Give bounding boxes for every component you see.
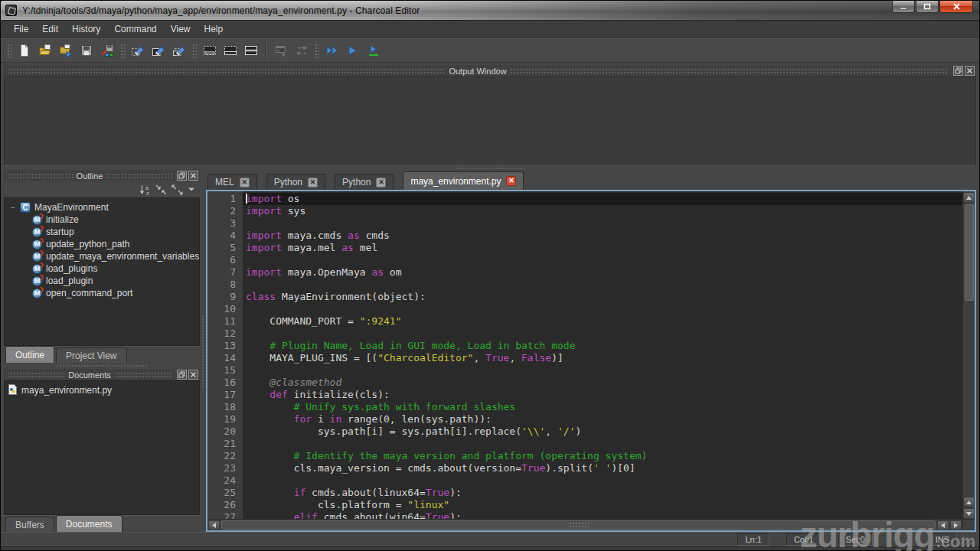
outline-footer-tabs: OutlineProject View [4, 346, 200, 363]
documents-panel-title: Documents [68, 370, 111, 380]
scroll-left-icon[interactable] [208, 520, 220, 530]
scroll-left-icon[interactable] [937, 520, 949, 530]
close-panel-icon[interactable] [188, 171, 198, 181]
sort-alphabetical-icon[interactable]: az [139, 184, 151, 195]
layout-single-icon[interactable] [199, 41, 220, 60]
window-resize-grip[interactable] [962, 536, 972, 546]
outline-method-item[interactable]: Mupdate_maya_environment_variables [5, 250, 199, 262]
menu-command[interactable]: Command [107, 21, 163, 37]
expand-all-icon[interactable] [172, 184, 183, 195]
toolbar-gripper [191, 43, 197, 58]
float-panel-icon[interactable] [177, 370, 187, 380]
open-file-icon[interactable] [34, 41, 55, 60]
tab-project-view[interactable]: Project View [56, 347, 126, 363]
scroll-down-icon[interactable] [963, 508, 975, 519]
save-icon[interactable] [76, 41, 96, 60]
scroll-right-icon[interactable] [950, 520, 962, 530]
code-line: import maya.mel as mel [243, 242, 962, 254]
layout-stacked-icon[interactable] [240, 41, 261, 60]
drag-texture [7, 372, 65, 378]
code-line [243, 438, 962, 450]
scroll-up-icon[interactable] [963, 497, 975, 507]
execute-all-icon[interactable] [322, 41, 342, 60]
close-panel-icon[interactable] [965, 66, 975, 76]
code-line [243, 474, 962, 487]
documents-panel-header[interactable]: Documents [4, 369, 200, 380]
output-window-content[interactable] [4, 77, 976, 166]
maximize-button[interactable] [916, 1, 939, 13]
tab-documents[interactable]: Documents [56, 515, 122, 532]
code-line [243, 303, 962, 315]
editor-tab[interactable]: Python✕ [335, 174, 394, 190]
tree-expander-icon[interactable]: − [9, 204, 17, 212]
drag-texture [7, 173, 74, 179]
outline-panel-header[interactable]: Outline [4, 170, 200, 181]
output-window-header[interactable]: Output Window [4, 65, 976, 77]
code-line: # Unify sys.path with forward slashes [243, 401, 962, 413]
toolbar-gripper [314, 43, 319, 58]
clear-all-icon[interactable] [168, 41, 189, 60]
close-panel-icon[interactable] [188, 370, 198, 380]
menu-history[interactable]: History [65, 21, 107, 37]
charcoal-editor-window: Y:/tdninja/tools/3d/maya/python/maya_app… [0, 0, 980, 551]
horizontal-scrollbar[interactable] [207, 519, 962, 530]
output-window-title: Output Window [449, 67, 506, 76]
editor-tab[interactable]: Python✕ [266, 174, 325, 190]
document-name: maya_environment.py [21, 385, 112, 396]
float-panel-icon[interactable] [953, 66, 963, 76]
new-file-icon[interactable] [14, 41, 34, 60]
clear-history-icon[interactable] [148, 41, 168, 60]
float-panel-icon[interactable] [177, 171, 187, 181]
outline-method-item[interactable]: Mupdate_python_path [5, 238, 199, 250]
outline-method-label: startup [46, 227, 74, 237]
tab-close-icon[interactable]: ✕ [308, 178, 318, 187]
outline-method-item[interactable]: Minitialize [5, 214, 199, 226]
code-line: class MayaEnvironment(object): [243, 291, 962, 303]
menu-file[interactable]: File [7, 21, 35, 37]
tab-outline[interactable]: Outline [5, 346, 54, 363]
code-line: for i in range(0, len(sys.path)): [243, 413, 962, 425]
close-button[interactable] [939, 1, 973, 13]
menu-edit[interactable]: Edit [35, 21, 65, 37]
vertical-splitter[interactable] [200, 170, 206, 532]
code-line [243, 254, 962, 266]
outline-class-item[interactable]: −CMayaEnvironment [5, 201, 199, 214]
outline-method-item[interactable]: Mopen_command_port [5, 287, 199, 299]
execute-icon[interactable] [342, 41, 363, 60]
tab-close-icon[interactable]: ✕ [506, 176, 516, 186]
python-file-icon [8, 384, 18, 397]
layout-split-icon[interactable] [220, 41, 240, 60]
code-line [243, 279, 962, 291]
vertical-scrollbar-thumb[interactable] [965, 204, 974, 301]
clear-output-icon[interactable] [127, 41, 148, 60]
panel-splitter[interactable] [4, 363, 200, 369]
tab-buffers[interactable]: Buffers [5, 517, 54, 532]
outline-tree: −CMayaEnvironmentMinitializeMstartupMupd… [4, 197, 200, 346]
vertical-scrollbar[interactable] [962, 191, 975, 519]
editor-tab-bar: MEL✕Python✕Python✕maya_environment.py✕ [206, 170, 976, 190]
scroll-up-icon[interactable] [963, 192, 975, 203]
tab-close-icon[interactable]: ✕ [240, 178, 250, 187]
title-bar[interactable]: Y:/tdninja/tools/3d/maya/python/maya_app… [1, 1, 979, 21]
menu-view[interactable]: View [164, 21, 198, 37]
editor-tab[interactable]: maya_environment.py✕ [403, 171, 524, 190]
code-line: if cmds.about(linux64=True): [243, 487, 962, 499]
editor-tab[interactable]: MEL✕ [207, 174, 257, 190]
code-view[interactable]: import osimport sys import maya.cmds as … [243, 191, 962, 519]
outline-method-item[interactable]: Mstartup [5, 226, 199, 238]
menu-help[interactable]: Help [198, 21, 230, 37]
horizontal-scrollbar-thumb[interactable] [221, 520, 936, 530]
collapse-all-icon[interactable] [155, 184, 167, 195]
status-selection: Sel:0 [838, 533, 873, 546]
outline-method-item[interactable]: Mload_plugin [5, 275, 199, 287]
open-run-icon[interactable] [55, 41, 76, 60]
outline-method-label: open_command_port [46, 288, 132, 298]
document-list-item[interactable]: maya_environment.py [5, 383, 199, 397]
outline-method-label: update_maya_environment_variables [46, 251, 199, 262]
menu-chevron-icon[interactable] [188, 187, 195, 192]
outline-method-item[interactable]: Mload_plugins [5, 262, 199, 275]
save-all-icon[interactable] [96, 41, 117, 60]
execute-selected-icon[interactable] [363, 41, 384, 60]
tab-close-icon[interactable]: ✕ [376, 178, 386, 187]
minimize-button[interactable] [892, 1, 915, 13]
